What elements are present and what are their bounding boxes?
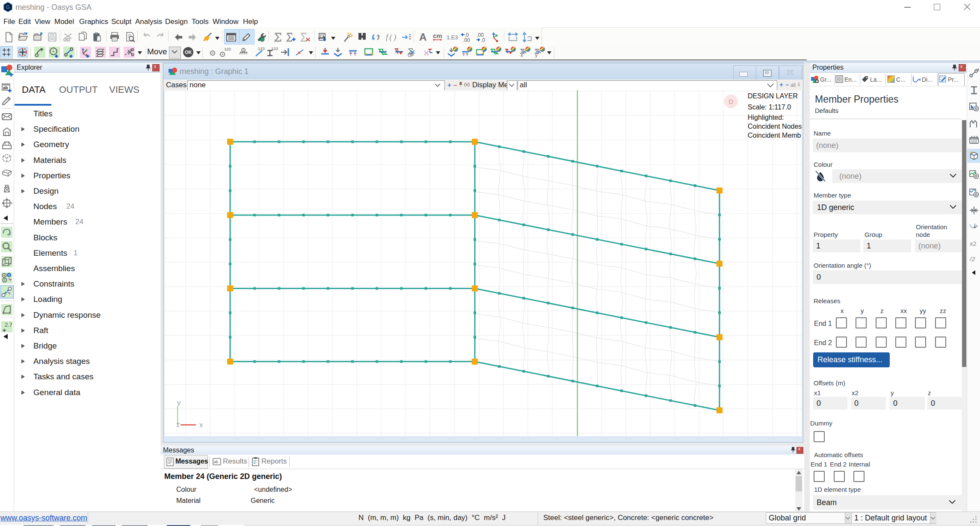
svg-text:1.E3: 1.E3: [447, 34, 458, 41]
svg-text:/2: /2: [969, 255, 975, 263]
svg-text:Scale: 1:117.0: Scale: 1:117.0: [748, 103, 791, 111]
svg-text:f ( ): f ( ): [386, 33, 396, 42]
svg-text:.0: .0: [481, 37, 485, 43]
svg-text:Coincident Nodes: Coincident Nodes: [748, 123, 802, 130]
svg-text:cm: cm: [433, 32, 442, 39]
svg-text:Highlighted:: Highlighted:: [748, 114, 784, 121]
svg-text:x: x: [521, 53, 523, 58]
svg-text:DESIGN LAYER: DESIGN LAYER: [748, 92, 798, 100]
svg-text:123: 123: [271, 47, 278, 51]
svg-text:123: 123: [224, 47, 231, 51]
svg-text:OP: OP: [408, 53, 414, 58]
svg-text:ab: ab: [214, 460, 218, 464]
svg-text:x2: x2: [970, 240, 977, 247]
svg-text:A: A: [419, 32, 426, 43]
svg-text:ab: ab: [3, 86, 8, 90]
svg-text:.00: .00: [463, 37, 470, 43]
svg-text:y: y: [535, 53, 538, 58]
svg-text:Coincident Memb: Coincident Memb: [748, 132, 801, 139]
svg-text:y: y: [177, 399, 181, 407]
svg-text:123: 123: [258, 47, 265, 51]
svg-text:x: x: [199, 421, 203, 429]
svg-text:z: z: [176, 420, 180, 428]
svg-text:2.7: 2.7: [5, 322, 12, 328]
svg-text:D: D: [729, 98, 734, 105]
svg-text:G: G: [6, 4, 10, 10]
